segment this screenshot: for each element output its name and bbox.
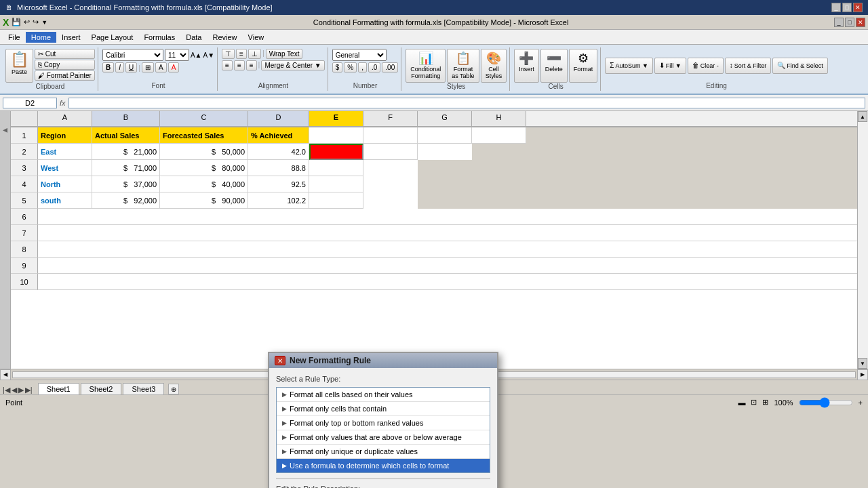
fill-color-button[interactable]: A	[155, 62, 167, 73]
cell-F4[interactable]	[363, 176, 418, 192]
cell-F5[interactable]	[363, 192, 418, 209]
col-header-A[interactable]: A	[38, 111, 92, 126]
cell-D3[interactable]: 88.8	[248, 160, 309, 176]
cell-B4[interactable]: $ 37,000	[92, 176, 160, 192]
cell-B2[interactable]: $ 21,000	[92, 144, 160, 160]
scroll-left-btn[interactable]: ◀	[0, 369, 11, 380]
name-box[interactable]	[3, 98, 57, 108]
cell-C2[interactable]: $ 50,000	[160, 144, 248, 160]
next-sheet-btn[interactable]: ▶	[18, 386, 24, 394]
delete-cells-button[interactable]: ➖ Delete	[540, 49, 568, 83]
comma-btn[interactable]: ,	[358, 62, 367, 73]
last-sheet-btn[interactable]: ▶|	[25, 386, 33, 394]
menu-data[interactable]: Data	[180, 32, 207, 43]
menu-view[interactable]: View	[243, 32, 270, 43]
menu-home[interactable]: Home	[26, 32, 56, 43]
align-center-btn[interactable]: ≡	[234, 60, 245, 70]
align-bottom-btn[interactable]: ⊥	[248, 49, 261, 59]
align-top-btn[interactable]: ⊤	[222, 49, 235, 59]
format-painter-button[interactable]: 🖌 Format Painter	[35, 70, 95, 81]
cell-C3[interactable]: $ 80,000	[160, 160, 248, 176]
col-header-F[interactable]: F	[363, 111, 418, 126]
scroll-up-btn[interactable]: ▲	[858, 111, 867, 122]
align-right-btn[interactable]: ≡	[246, 60, 257, 70]
font-family-select[interactable]: Calibri	[102, 49, 163, 61]
cell-D1[interactable]: % Achieved	[248, 127, 309, 144]
cell-G1[interactable]	[418, 127, 472, 144]
col-header-B[interactable]: B	[92, 111, 160, 126]
sheet-tab-2[interactable]: Sheet2	[81, 383, 122, 394]
cut-button[interactable]: ✂ Cut	[35, 49, 95, 59]
menu-review[interactable]: Review	[207, 32, 242, 43]
zoom-slider[interactable]	[799, 397, 853, 408]
cell-D2[interactable]: 42.0	[248, 144, 309, 160]
restore-button[interactable]: □	[842, 3, 852, 12]
col-header-D[interactable]: D	[248, 111, 309, 126]
scroll-down-btn[interactable]: ▼	[858, 358, 867, 369]
app-restore[interactable]: □	[845, 18, 854, 27]
format-cells-button[interactable]: ⚙ Format	[569, 49, 598, 83]
quick-redo-btn[interactable]: ↪	[33, 18, 39, 26]
font-shrink-btn[interactable]: A▼	[203, 52, 215, 59]
align-middle-btn[interactable]: ≡	[236, 49, 247, 59]
scroll-right-btn[interactable]: ▶	[857, 369, 868, 380]
currency-btn[interactable]: $	[332, 62, 343, 73]
cell-F1[interactable]	[363, 127, 418, 144]
find-select-button[interactable]: 🔍 Find & Select	[772, 58, 828, 74]
quick-undo-btn[interactable]: ↩	[24, 18, 30, 26]
normal-view-btn[interactable]: ▬	[738, 399, 745, 407]
font-color-button[interactable]: A	[168, 62, 180, 73]
insert-cells-button[interactable]: ➕ Insert	[514, 49, 539, 83]
copy-button[interactable]: ⎘ Copy	[35, 60, 95, 70]
paste-button[interactable]: 📋 Paste	[5, 49, 33, 83]
rule-type-item-5[interactable]: ▶ Use a formula to determine which cells…	[277, 459, 490, 472]
menu-insert[interactable]: Insert	[56, 32, 86, 43]
wrap-text-btn[interactable]: Wrap Text	[266, 49, 303, 59]
sort-filter-button[interactable]: ↕ Sort & Filter	[725, 58, 772, 74]
cell-D4[interactable]: 92.5	[248, 176, 309, 192]
font-grow-btn[interactable]: A▲	[191, 52, 202, 59]
cell-E5[interactable]	[309, 192, 363, 209]
cell-H1[interactable]	[472, 127, 526, 144]
page-layout-btn[interactable]: ⊡	[751, 398, 757, 407]
rule-type-item-3[interactable]: ▶ Format only values that are above or b…	[277, 430, 490, 445]
rule-type-item-0[interactable]: ▶ Format all cells based on their values	[277, 388, 490, 402]
autosum-button[interactable]: Σ AutoSum ▼	[605, 58, 653, 74]
app-minimize[interactable]: _	[834, 18, 844, 27]
col-header-E[interactable]: E	[309, 111, 363, 126]
cell-A3[interactable]: West	[38, 160, 92, 176]
clear-button[interactable]: 🗑 Clear -	[688, 58, 724, 74]
cell-B1[interactable]: Actual Sales	[92, 127, 160, 144]
conditional-formatting-button[interactable]: 📊 Conditional Formatting	[406, 49, 446, 83]
font-size-select[interactable]: 11	[165, 49, 189, 61]
prev-sheet-btn[interactable]: ◀	[12, 386, 17, 394]
formula-input[interactable]	[68, 98, 865, 108]
number-format-select[interactable]: General	[332, 49, 387, 61]
decrease-decimal-btn[interactable]: .00	[382, 62, 398, 73]
zoom-in-btn[interactable]: +	[859, 399, 863, 407]
increase-decimal-btn[interactable]: .0	[368, 62, 380, 73]
app-close[interactable]: ✕	[856, 18, 865, 27]
cell-E1[interactable]	[309, 127, 363, 144]
cell-C1[interactable]: Forecasted Sales	[160, 127, 248, 144]
cell-D5[interactable]: 102.2	[248, 192, 309, 209]
col-header-H[interactable]: H	[472, 111, 526, 126]
cell-A1[interactable]: Region	[38, 127, 92, 144]
cell-E3[interactable]	[309, 160, 363, 176]
add-sheet-btn[interactable]: ⊕	[168, 384, 179, 394]
merge-center-btn[interactable]: Merge & Center ▼	[261, 60, 324, 70]
rule-type-item-4[interactable]: ▶ Format only unique or duplicate values	[277, 445, 490, 459]
rule-type-item-2[interactable]: ▶ Format only top or bottom ranked value…	[277, 416, 490, 430]
sheet-tab-1[interactable]: Sheet1	[38, 383, 79, 394]
minimize-button[interactable]: _	[831, 3, 841, 12]
menu-page-layout[interactable]: Page Layout	[86, 32, 139, 43]
cell-A5[interactable]: south	[38, 192, 92, 209]
quick-save-btn[interactable]: 💾	[12, 18, 21, 26]
bold-button[interactable]: B	[102, 62, 114, 73]
dialog-close-button[interactable]: ✕	[275, 356, 285, 365]
cell-A2[interactable]: East	[38, 144, 92, 160]
cell-C4[interactable]: $ 40,000	[160, 176, 248, 192]
first-sheet-btn[interactable]: |◀	[3, 386, 10, 394]
cell-styles-button[interactable]: 🎨 Cell Styles	[481, 49, 507, 83]
align-left-btn[interactable]: ≡	[222, 60, 233, 70]
